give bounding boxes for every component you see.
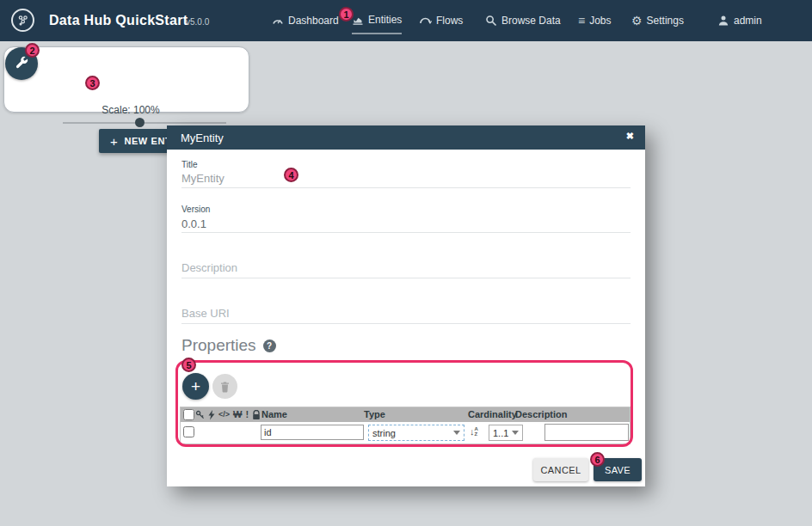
row-checkbox[interactable]: [183, 426, 194, 437]
nav-item-flows[interactable]: Flows: [419, 0, 463, 41]
app-version: v5.0.0: [186, 17, 209, 27]
close-icon[interactable]: ✖: [626, 132, 634, 141]
nav-label: Dashboard: [288, 15, 339, 27]
property-row: string ↓ A Z 1..1: [181, 422, 630, 443]
nav-item-user[interactable]: admin: [717, 0, 762, 41]
add-property-button[interactable]: +: [182, 373, 209, 400]
list-icon: ≡: [578, 15, 585, 27]
app-title: Data Hub QuickStart: [49, 13, 188, 28]
property-name-input[interactable]: [261, 425, 364, 440]
nav-item-settings[interactable]: ⚙ Settings: [631, 0, 684, 41]
property-flag-icons: </> ₩ !: [195, 408, 261, 421]
scale-slider-thumb[interactable]: [135, 118, 145, 127]
column-header-type: Type: [364, 409, 385, 419]
nav-label: Settings: [647, 15, 684, 27]
sort-letter-z: Z: [475, 431, 478, 437]
help-icon[interactable]: ?: [263, 339, 276, 352]
scale-label: Scale: 100%: [4, 104, 257, 116]
word-lexicon-icon: ₩: [233, 410, 242, 419]
cancel-button[interactable]: CANCEL: [533, 458, 588, 481]
top-navbar: Data Hub QuickStart v5.0.0 Dashboard Ent…: [0, 0, 812, 41]
bolt-icon: [208, 410, 215, 420]
property-type-select[interactable]: string: [368, 425, 464, 441]
sort-az-icon[interactable]: ↓ A Z: [470, 426, 478, 437]
entity-toolbox-panel: Scale: 100% + NEW ENTITY: [3, 46, 249, 113]
required-icon: !: [245, 410, 249, 419]
field-divider: [181, 187, 631, 188]
title-field-input[interactable]: MyEntity: [181, 172, 225, 185]
chevron-down-icon: [453, 431, 460, 435]
base-uri-field-input[interactable]: Base URI: [181, 307, 230, 320]
description-field-input[interactable]: Description: [181, 261, 237, 274]
dashboard-icon: [272, 15, 284, 27]
annotation-badge-3: 3: [85, 76, 100, 90]
properties-table-header: </> ₩ ! Name Type Cardinality Descriptio…: [181, 407, 630, 422]
delete-property-button[interactable]: [212, 374, 237, 399]
nav-label: Jobs: [589, 15, 611, 27]
annotation-badge-2: 2: [25, 43, 40, 58]
gear-icon: ⚙: [631, 15, 643, 27]
code-icon: </>: [218, 411, 230, 419]
properties-heading-label: Properties: [181, 336, 256, 355]
annotation-badge-6: 6: [590, 452, 605, 467]
entities-icon: [352, 14, 364, 26]
version-field-input[interactable]: 0.0.1: [181, 217, 206, 230]
datahub-logo-icon: [11, 9, 34, 32]
entity-editor-modal: MyEntity ✖ Title MyEntity Version 0.0.1 …: [167, 125, 645, 486]
nav-label: Entities: [368, 14, 402, 26]
property-description-input[interactable]: [544, 424, 629, 441]
column-header-cardinality: Cardinality: [468, 409, 517, 419]
user-icon: [717, 15, 729, 27]
nav-item-browse-data[interactable]: Browse Data: [485, 0, 561, 41]
property-type-value: string: [372, 428, 396, 438]
search-icon: [485, 15, 497, 27]
flows-icon: [419, 15, 432, 27]
modal-header: MyEntity ✖: [167, 125, 645, 150]
nav-label: Browse Data: [501, 15, 561, 27]
title-field-label: Title: [181, 160, 198, 169]
plus-icon: +: [191, 377, 200, 396]
nav-label: Flows: [436, 15, 463, 27]
field-divider: [181, 232, 631, 233]
annotation-badge-1: 1: [339, 7, 354, 21]
modal-title: MyEntity: [181, 132, 224, 144]
nav-item-entities[interactable]: Entities: [352, 0, 402, 41]
app-root: Data Hub QuickStart v5.0.0 Dashboard Ent…: [0, 0, 812, 526]
select-all-checkbox[interactable]: [183, 409, 194, 420]
username-label: admin: [734, 15, 762, 27]
chevron-down-icon: [512, 431, 519, 435]
column-header-description: Description: [515, 409, 568, 419]
properties-table: </> ₩ ! Name Type Cardinality Descriptio…: [180, 407, 631, 444]
annotation-badge-5: 5: [181, 358, 196, 372]
property-cardinality-select[interactable]: 1..1: [489, 425, 523, 441]
field-divider: [181, 323, 631, 324]
key-icon: [195, 410, 205, 419]
properties-heading: Properties ?: [181, 336, 276, 355]
lock-icon: [252, 410, 261, 420]
wrench-icon: [14, 56, 29, 71]
nav-item-dashboard[interactable]: Dashboard: [272, 0, 339, 41]
annotation-badge-4: 4: [284, 168, 298, 182]
plus-icon: +: [110, 134, 118, 149]
cardinality-value: 1..1: [493, 428, 508, 438]
column-header-name: Name: [261, 409, 287, 419]
version-field-label: Version: [181, 205, 210, 214]
nav-item-jobs[interactable]: ≡ Jobs: [578, 0, 612, 41]
trash-icon: [219, 381, 231, 393]
field-divider: [181, 278, 631, 278]
scale-slider-track[interactable]: [63, 122, 226, 124]
